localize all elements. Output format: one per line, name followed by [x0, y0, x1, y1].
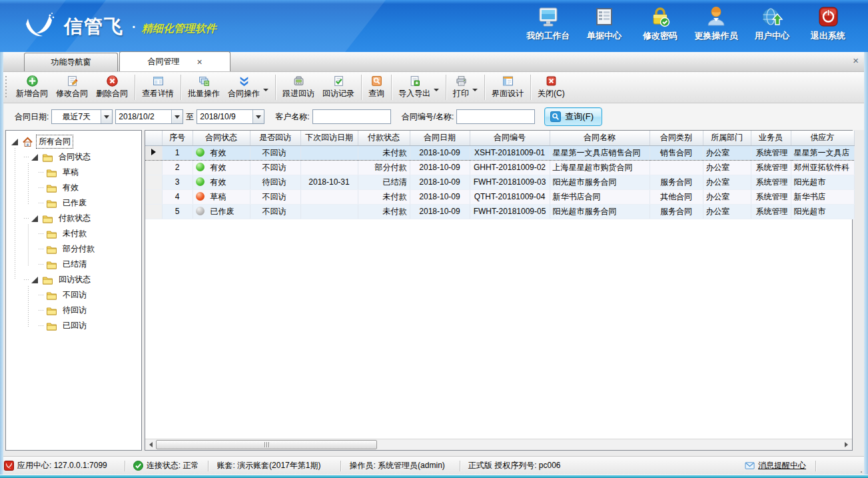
tab-label: 合同管理: [147, 56, 179, 67]
toolbar-button-label: 修改合同: [56, 88, 88, 99]
tree-expand-icon[interactable]: [31, 215, 38, 222]
cell-date: 2018-10-09: [410, 160, 470, 175]
cell-name: 新华书店合同: [550, 189, 650, 204]
query-submit-button[interactable]: 查询(F): [544, 107, 602, 126]
switch-operator-button[interactable]: 更换操作员: [688, 5, 744, 42]
tree-node-label: 付款状态: [57, 212, 93, 225]
col-header-dept[interactable]: 所属部门: [703, 131, 751, 145]
tree-expand-icon[interactable]: [31, 154, 38, 161]
view-detail-button[interactable]: 查看详情: [138, 73, 178, 101]
tree-expand-icon[interactable]: [31, 277, 38, 283]
date-to-picker[interactable]: 2018/10/9: [197, 109, 264, 124]
license-status: 正式版 授权序列号: pc006: [468, 460, 561, 471]
contract-date-label: 合同日期:: [15, 111, 49, 123]
message-center-link[interactable]: 消息提醒中心: [745, 460, 806, 471]
cell-payment: 未付款: [358, 145, 410, 160]
cell-code: FWHT-20181009-05: [470, 204, 550, 219]
cell-dept: 办公室: [703, 160, 751, 175]
col-header-payment[interactable]: 付款状态: [358, 131, 410, 145]
tree-node-revisited[interactable]: 已回访: [6, 318, 141, 333]
col-header-supplier[interactable]: 供应方: [791, 131, 854, 145]
toolbar-drag-handle[interactable]: [4, 76, 9, 99]
select-arrow[interactable]: [101, 110, 112, 123]
tree-node-draft[interactable]: 草稿: [6, 165, 141, 180]
visit-record-button[interactable]: 回访记录: [318, 73, 358, 101]
document-center-button[interactable]: 单据中心: [576, 5, 632, 42]
date-preset-value: 最近7天: [52, 111, 101, 123]
import-export-button[interactable]: 导入导出: [394, 73, 443, 101]
status-dot-icon: [196, 207, 205, 215]
scrollbar-thumb[interactable]: [156, 440, 377, 449]
table-row[interactable]: 3 有效 待回访 2018-10-31 已结清 2018-10-09 FWHT-…: [145, 175, 854, 189]
cell-dept: 办公室: [703, 145, 751, 160]
toolbar-separator: [275, 75, 276, 100]
date-from-picker[interactable]: 2018/10/2: [115, 109, 183, 124]
cell-revisit: 待回访: [250, 175, 300, 189]
toolbar-button-label: 新增合同: [16, 88, 48, 99]
tree-node-valid[interactable]: 有效: [6, 180, 141, 195]
col-header-next-visit[interactable]: 下次回访日期: [300, 131, 358, 145]
query-button-toolbar[interactable]: 查询: [364, 73, 388, 101]
col-header-name[interactable]: 合同名称: [550, 131, 650, 145]
cell-dept: 办公室: [703, 204, 751, 219]
edit-contract-button[interactable]: 修改合同: [52, 73, 92, 101]
tree-node-revisit-status[interactable]: 回访状态: [6, 272, 141, 287]
tree-node-no-revisit[interactable]: 不回访: [6, 287, 141, 303]
table-row[interactable]: 4 草稿 不回访 未付款 2018-10-09 QTHT-20181009-04…: [145, 189, 854, 204]
col-header-status[interactable]: 合同状态: [193, 131, 250, 145]
print-button[interactable]: 打印: [449, 73, 482, 101]
contract-ops-button[interactable]: 合同操作: [224, 73, 272, 101]
delete-contract-button[interactable]: 删除合同: [92, 73, 132, 101]
table-row[interactable]: 2 有效 不回访 部分付款 2018-10-09 GHHT-20181009-0…: [145, 160, 854, 175]
cell-status: 有效: [193, 145, 250, 160]
date-preset-select[interactable]: 最近7天: [51, 109, 113, 124]
tabstrip-close-icon[interactable]: ×: [853, 56, 859, 65]
col-header-date[interactable]: 合同日期: [410, 131, 470, 145]
scroll-left-button[interactable]: [145, 439, 157, 450]
close-button[interactable]: 关闭(C): [534, 73, 569, 101]
tree-node-partial-paid[interactable]: 部分付款: [6, 241, 141, 257]
exit-system-button[interactable]: 退出系统: [800, 5, 856, 42]
dropdown-caret-icon[interactable]: [263, 89, 268, 91]
col-header-salesman[interactable]: 业务员: [751, 131, 791, 145]
tree-node-payment-status[interactable]: 付款状态: [6, 211, 141, 226]
toolbar-button-label: 打印: [453, 88, 469, 99]
tree-node-unpaid[interactable]: 未付款: [6, 226, 141, 241]
dropdown-caret-icon[interactable]: [472, 89, 478, 91]
follow-up-button[interactable]: 跟进回访: [278, 73, 318, 101]
batch-ops-button[interactable]: 批量操作: [184, 73, 224, 101]
status-text: 草稿: [211, 192, 226, 201]
tree-node-settled[interactable]: 已结清: [6, 257, 141, 272]
tree-expand-icon[interactable]: [11, 139, 18, 145]
col-header-code[interactable]: 合同编号: [470, 131, 550, 145]
col-header-category[interactable]: 合同类别: [650, 131, 703, 145]
dropdown-caret-icon[interactable]: [434, 89, 439, 91]
tree-node-voided[interactable]: 已作废: [6, 195, 141, 211]
tab-function-nav[interactable]: 功能导航窗: [24, 53, 118, 71]
tree-node-pending-revisit[interactable]: 待回访: [6, 303, 141, 318]
status-dot-icon: [196, 177, 205, 186]
col-header-revisit[interactable]: 是否回访: [250, 131, 300, 145]
customer-name-input[interactable]: [312, 109, 391, 124]
tree-node-label: 已结清: [61, 258, 89, 271]
add-contract-button[interactable]: 新增合同: [12, 73, 52, 101]
select-arrow[interactable]: [252, 110, 264, 123]
tree-connector: [39, 187, 45, 188]
scroll-right-button[interactable]: [841, 439, 852, 450]
import-export-icon: [409, 75, 420, 87]
tab-close-icon[interactable]: ×: [197, 59, 202, 65]
tree-node-contract-status[interactable]: 合同状态: [6, 149, 141, 165]
contract-code-input[interactable]: [456, 109, 535, 124]
col-header-seq[interactable]: 序号: [162, 131, 193, 145]
table-row[interactable]: 5 已作废 不回访 未付款 2018-10-09 FWHT-20181009-0…: [145, 204, 854, 219]
ui-design-button[interactable]: 界面设计: [488, 73, 528, 101]
workbench-button[interactable]: 我的工作台: [520, 5, 576, 42]
tree-node-all-contracts[interactable]: 所有合同: [6, 134, 141, 149]
operator-status: 操作员: 系统管理员(admin): [349, 460, 444, 471]
select-arrow[interactable]: [171, 110, 183, 123]
table-row[interactable]: 1 有效 不回访 未付款 2018-10-09 XSHT-20181009-01…: [145, 145, 854, 160]
user-center-button[interactable]: 用户中心: [744, 5, 800, 42]
tab-contract-management[interactable]: 合同管理 ×: [119, 51, 230, 71]
toolbar-button-label: 关闭(C): [538, 88, 565, 99]
change-password-button[interactable]: 修改密码: [632, 5, 688, 42]
